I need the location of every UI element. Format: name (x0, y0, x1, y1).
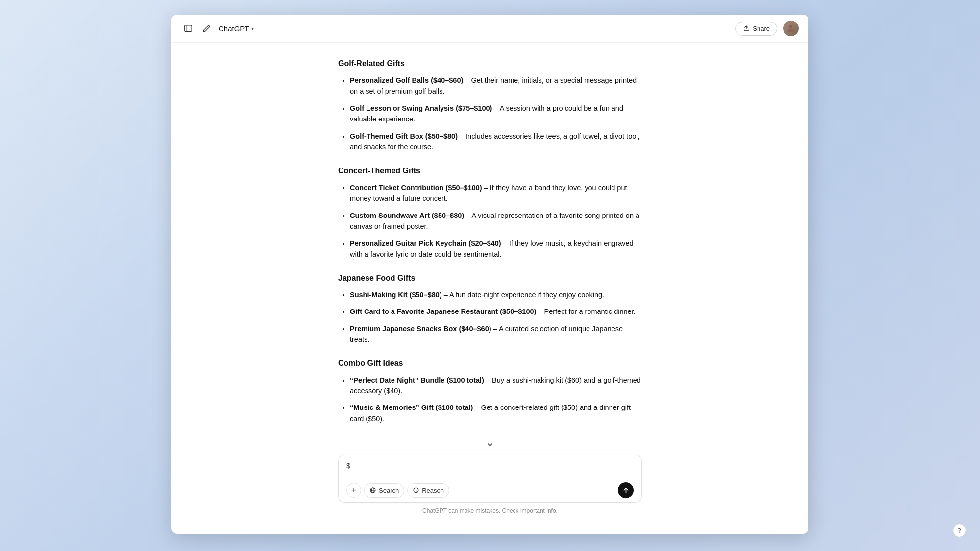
list-item: Sushi-Making Kit ($50–$80) – A fun date-… (350, 289, 642, 300)
section-golf: Golf-Related Gifts Personalized Golf Bal… (338, 59, 642, 153)
chevron-down-icon: ▾ (251, 26, 254, 31)
gift-name: Personalized Guitar Pick Keychain ($20–$… (350, 240, 501, 247)
share-icon (743, 25, 750, 32)
input-box: $ + Search (338, 455, 642, 503)
gift-list-concert: Concert Ticket Contribution ($50–$100) –… (338, 182, 642, 260)
gift-name: “Perfect Date Night” Bundle ($100 total) (350, 376, 484, 384)
send-button[interactable] (618, 482, 634, 498)
footer-note: ChatGPT can make mistakes. Check importa… (338, 507, 642, 519)
svg-point-2 (789, 25, 793, 28)
send-icon (622, 487, 630, 494)
share-button[interactable]: Share (735, 22, 777, 36)
gift-name: Sushi-Making Kit ($50–$80) (350, 291, 442, 299)
help-label: ? (957, 527, 961, 534)
app-title-text: ChatGPT (219, 24, 249, 33)
header: ChatGPT ▾ Share (172, 15, 808, 43)
gift-name: Personalized Golf Balls ($40–$60) (350, 76, 463, 84)
list-item: Golf Lesson or Swing Analysis ($75–$100)… (350, 103, 642, 125)
gift-desc: – A fun date-night experience if they en… (442, 291, 604, 299)
chat-input[interactable]: $ (346, 461, 634, 477)
list-item: Personalized Golf Balls ($40–$60) – Get … (350, 75, 642, 97)
list-item: Custom Soundwave Art ($50–$80) – A visua… (350, 210, 642, 232)
list-item: Gift Card to a Favorite Japanese Restaur… (350, 306, 642, 317)
header-left: ChatGPT ▾ (181, 22, 254, 35)
header-right: Share (735, 21, 799, 36)
list-item: “Music & Memories” Gift ($100 total) – G… (350, 402, 642, 424)
input-toolbar: + Search Reason (346, 482, 634, 498)
list-item: “Perfect Date Night” Bundle ($100 total)… (350, 375, 642, 397)
list-item: Premium Japanese Snacks Box ($40–$60) – … (350, 323, 642, 345)
content-area: Golf-Related Gifts Personalized Golf Bal… (172, 43, 808, 534)
gift-list-combo: “Perfect Date Night” Bundle ($100 total)… (338, 375, 642, 425)
input-container: $ + Search (328, 455, 652, 519)
avatar[interactable] (783, 21, 799, 36)
gift-name: Custom Soundwave Art ($50–$80) (350, 212, 464, 219)
section-combo: Combo Gift Ideas “Perfect Date Night” Bu… (338, 359, 642, 425)
search-button[interactable]: Search (364, 483, 404, 498)
chat-content: Golf-Related Gifts Personalized Golf Bal… (328, 57, 652, 451)
gift-list-golf: Personalized Golf Balls ($40–$60) – Get … (338, 75, 642, 153)
gift-name: Golf-Themed Gift Box ($50–$80) (350, 132, 458, 140)
globe-icon (369, 487, 376, 494)
stream-indicator (338, 438, 642, 447)
section-heading-combo: Combo Gift Ideas (338, 359, 642, 368)
list-item: Concert Ticket Contribution ($50–$100) –… (350, 182, 642, 204)
app-window: ChatGPT ▾ Share Golf-Relate (172, 15, 808, 534)
gift-list-japanese: Sushi-Making Kit ($50–$80) – A fun date-… (338, 289, 642, 345)
add-button[interactable]: + (346, 483, 361, 498)
gift-name: “Music & Memories” Gift ($100 total) (350, 404, 473, 411)
edit-icon[interactable] (200, 22, 214, 35)
reason-icon (413, 487, 419, 494)
gift-name: Concert Ticket Contribution ($50–$100) (350, 184, 482, 192)
section-heading-golf: Golf-Related Gifts (338, 59, 642, 68)
gift-desc: – Perfect for a romantic dinner. (536, 308, 635, 315)
search-label: Search (379, 487, 399, 494)
section-japanese: Japanese Food Gifts Sushi-Making Kit ($5… (338, 274, 642, 345)
download-icon (486, 438, 494, 447)
gift-name: Gift Card to a Favorite Japanese Restaur… (350, 308, 536, 315)
svg-rect-0 (185, 25, 192, 32)
section-concert: Concert-Themed Gifts Concert Ticket Cont… (338, 167, 642, 260)
gift-name: Premium Japanese Snacks Box ($40–$60) (350, 325, 491, 333)
section-heading-japanese: Japanese Food Gifts (338, 274, 642, 283)
reason-button[interactable]: Reason (407, 483, 449, 498)
help-button[interactable]: ? (953, 524, 966, 537)
list-item: Personalized Guitar Pick Keychain ($20–$… (350, 238, 642, 260)
avatar-icon (786, 24, 796, 33)
app-title[interactable]: ChatGPT ▾ (219, 24, 254, 33)
reason-label: Reason (422, 487, 444, 494)
share-label: Share (753, 25, 770, 32)
section-heading-concert: Concert-Themed Gifts (338, 167, 642, 175)
sidebar-toggle-icon[interactable] (181, 22, 195, 35)
gift-name: Golf Lesson or Swing Analysis ($75–$100) (350, 104, 492, 112)
list-item: Golf-Themed Gift Box ($50–$80) – Include… (350, 131, 642, 153)
